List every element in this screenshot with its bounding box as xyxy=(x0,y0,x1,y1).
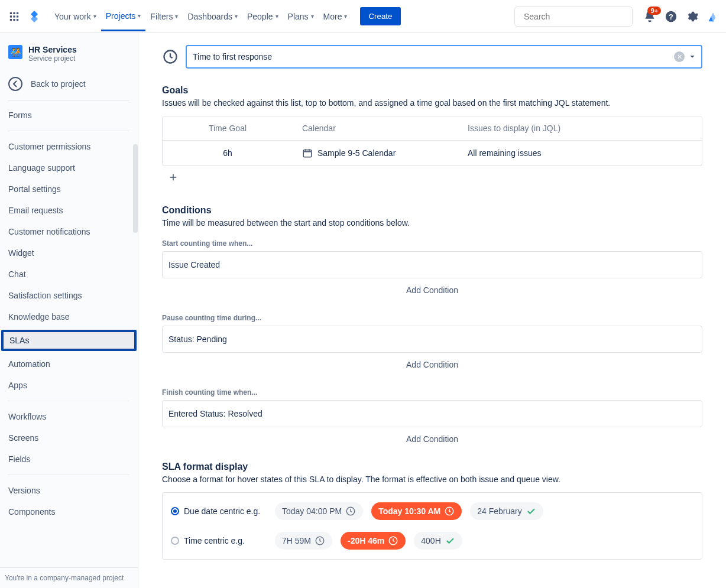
add-start-condition[interactable]: Add Condition xyxy=(162,278,702,302)
gear-icon xyxy=(686,10,699,23)
format-heading: SLA format display xyxy=(162,462,702,472)
sidebar-item-customer-notifications[interactable]: Customer notifications xyxy=(0,221,138,242)
notification-badge: 9+ xyxy=(647,7,661,15)
top-nav-actions: 9+ ? xyxy=(643,10,719,23)
radio-dot-checked xyxy=(171,507,179,515)
search-input[interactable] xyxy=(524,12,627,21)
notifications-button[interactable]: 9+ xyxy=(643,10,656,23)
nav-item-plans[interactable]: Plans▾ xyxy=(283,2,319,31)
pause-condition-label: Pause counting time during... xyxy=(162,314,702,322)
clock-icon xyxy=(315,535,325,546)
svg-rect-5 xyxy=(17,15,18,17)
sidebar-item-workflows[interactable]: Workflows xyxy=(0,406,138,427)
app-switcher-icon[interactable] xyxy=(7,9,21,24)
goal-calendar-value: Sample 9-5 Calendar xyxy=(317,148,396,158)
goals-desc: Issues will be checked against this list… xyxy=(162,98,702,108)
col-time-goal: Time Goal xyxy=(163,116,293,140)
time-pill-1: 7H 59M xyxy=(275,532,332,550)
sidebar-item-apps[interactable]: Apps xyxy=(0,375,138,396)
sla-metric-select[interactable]: Time to first response ✕ xyxy=(186,45,702,69)
sla-metric-value: Time to first response xyxy=(193,52,674,61)
radio-time-centric[interactable]: Time centric e.g. xyxy=(171,536,265,545)
atlassian-icon[interactable] xyxy=(707,11,719,22)
project-header: 🧑‍🤝‍🧑 HR Services Service project xyxy=(0,33,138,69)
project-type: Service project xyxy=(28,54,77,63)
goals-table-row[interactable]: 6h Sample 9-5 Calendar All remaining iss… xyxy=(163,141,702,165)
goal-jql-value: All remaining issues xyxy=(458,141,702,165)
sidebar-scrollbar[interactable] xyxy=(133,144,138,233)
sidebar-item-customer-permissions[interactable]: Customer permissions xyxy=(0,136,138,157)
jira-logo-icon[interactable] xyxy=(27,9,41,24)
sidebar-item-automation[interactable]: Automation xyxy=(0,353,138,375)
finish-condition-box[interactable]: Entered Status: Resolved xyxy=(162,400,702,427)
check-icon xyxy=(526,506,536,516)
svg-text:?: ? xyxy=(669,12,673,21)
svg-point-9 xyxy=(520,16,520,17)
sidebar-item-satisfaction-settings[interactable]: Satisfaction settings xyxy=(0,285,138,306)
svg-rect-0 xyxy=(10,12,12,14)
svg-rect-3 xyxy=(10,15,12,17)
nav-item-projects[interactable]: Projects▾ xyxy=(101,2,146,31)
add-goal-button[interactable] xyxy=(162,166,702,189)
format-row-time: Time centric e.g. 7H 59M -20H 46m 400H xyxy=(171,532,693,550)
sidebar-item-components[interactable]: Components xyxy=(0,501,138,522)
create-button[interactable]: Create xyxy=(360,7,400,25)
svg-rect-15 xyxy=(303,150,312,157)
sidebar-item-screens[interactable]: Screens xyxy=(0,427,138,449)
start-condition-box[interactable]: Issue Created xyxy=(162,251,702,278)
sidebar-item-language-support[interactable]: Language support xyxy=(0,157,138,178)
clear-icon[interactable]: ✕ xyxy=(674,51,685,62)
due-pill-2: Today 10:30 AM xyxy=(371,502,462,520)
nav-item-dashboards[interactable]: Dashboards▾ xyxy=(183,2,242,31)
sidebar-item-slas[interactable]: SLAs xyxy=(1,330,137,351)
sidebar-footer: You're in a company-managed project xyxy=(0,567,138,588)
nav-item-more[interactable]: More▾ xyxy=(319,2,352,31)
format-row-due: Due date centric e.g. Today 04:00 PM Tod… xyxy=(171,502,693,520)
back-arrow-icon xyxy=(8,77,22,91)
svg-rect-8 xyxy=(17,19,18,21)
format-desc: Choose a format for hover states of this… xyxy=(162,475,702,484)
radio-due-date[interactable]: Due date centric e.g. xyxy=(171,506,265,516)
back-to-project[interactable]: Back to project xyxy=(0,69,138,100)
sidebar-item-versions[interactable]: Versions xyxy=(0,480,138,501)
sidebar-nav: FormsCustomer permissionsLanguage suppor… xyxy=(0,101,138,567)
radio-due-label: Due date centric e.g. xyxy=(184,506,260,516)
sidebar-item-portal-settings[interactable]: Portal settings xyxy=(0,178,138,200)
svg-rect-2 xyxy=(17,12,18,14)
time-examples: 7H 59M -20H 46m 400H xyxy=(275,532,462,550)
sidebar-item-fields[interactable]: Fields xyxy=(0,449,138,470)
project-icon: 🧑‍🤝‍🧑 xyxy=(8,45,22,59)
settings-button[interactable] xyxy=(686,10,699,23)
sidebar-item-chat[interactable]: Chat xyxy=(0,264,138,285)
goals-heading: Goals xyxy=(162,85,702,96)
sidebar-item-knowledge-base[interactable]: Knowledge base xyxy=(0,306,138,327)
nav-item-filters[interactable]: Filters▾ xyxy=(145,2,183,31)
finish-condition-label: Finish counting time when... xyxy=(162,388,702,397)
time-pill-3: 400H xyxy=(414,532,462,550)
sidebar-item-forms[interactable]: Forms xyxy=(0,105,138,126)
sidebar-item-email-requests[interactable]: Email requests xyxy=(0,200,138,221)
add-finish-condition[interactable]: Add Condition xyxy=(162,427,702,451)
add-pause-condition[interactable]: Add Condition xyxy=(162,353,702,376)
search-input-wrap[interactable] xyxy=(514,7,633,27)
nav-item-your-work[interactable]: Your work▾ xyxy=(50,2,101,31)
goals-table-head: Time Goal Calendar Issues to display (in… xyxy=(163,116,702,141)
col-jql: Issues to display (in JQL) xyxy=(458,116,702,140)
svg-rect-7 xyxy=(13,19,15,21)
sidebar-item-widget[interactable]: Widget xyxy=(0,242,138,264)
svg-rect-4 xyxy=(13,15,15,17)
search-icon xyxy=(520,12,520,21)
svg-rect-6 xyxy=(10,19,12,21)
nav-item-people[interactable]: People▾ xyxy=(242,2,283,31)
svg-rect-1 xyxy=(13,12,15,14)
format-box: Due date centric e.g. Today 04:00 PM Tod… xyxy=(162,492,702,560)
project-name: HR Services xyxy=(28,45,77,54)
chevron-down-icon[interactable] xyxy=(688,53,696,61)
clock-icon xyxy=(444,506,455,516)
calendar-icon xyxy=(302,148,313,158)
help-button[interactable]: ? xyxy=(665,10,678,23)
conditions-desc: Time will be measured between the start … xyxy=(162,218,702,228)
pause-condition-box[interactable]: Status: Pending xyxy=(162,326,702,353)
time-pill-2: -20H 46m xyxy=(341,532,406,550)
clock-icon xyxy=(345,506,356,516)
